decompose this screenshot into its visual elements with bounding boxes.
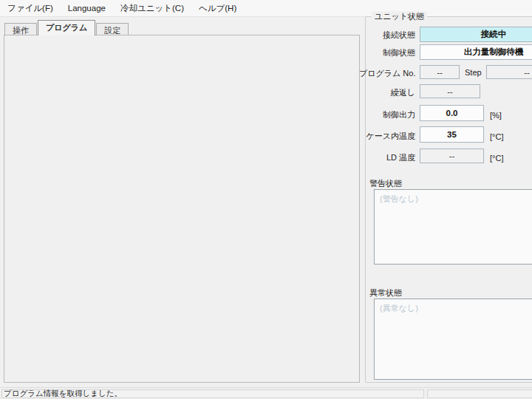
menu-help[interactable]: ヘルプ(H) bbox=[191, 1, 244, 16]
connection-status-label: 接続状態 bbox=[359, 30, 415, 41]
control-output-unit: [%] bbox=[490, 111, 502, 120]
case-temp-unit: [°C] bbox=[490, 132, 503, 141]
control-output-label: 制御出力 bbox=[359, 109, 415, 120]
menu-language[interactable]: Language bbox=[61, 1, 113, 15]
tab-strip: 操作 プログラム 設定 bbox=[4, 21, 129, 35]
status-pane-right bbox=[427, 389, 532, 398]
tab-operate[interactable]: 操作 bbox=[4, 23, 37, 35]
error-status-placeholder: (異常なし) bbox=[380, 303, 418, 314]
ld-temp-label: LD 温度 bbox=[359, 152, 415, 163]
step-status-label: Step bbox=[465, 68, 482, 77]
repeat-status-value: -- bbox=[420, 84, 480, 98]
case-temp-label: ケース内温度 bbox=[359, 131, 415, 142]
menu-file[interactable]: ファイル(F) bbox=[0, 1, 61, 16]
menu-cooling-unit[interactable]: 冷却ユニット(C) bbox=[113, 1, 191, 16]
menu-bar: ファイル(F) Language 冷却ユニット(C) ヘルプ(H) bbox=[0, 0, 532, 17]
tab-program[interactable]: プログラム bbox=[38, 20, 95, 35]
unit-status-title: ユニット状態 bbox=[372, 11, 427, 22]
ld-temp-value: -- bbox=[420, 149, 484, 163]
step-status-value: -- bbox=[486, 65, 532, 79]
connection-status-value: 接続中 bbox=[420, 27, 532, 42]
app-window: { "menu": { "items": ["ファイル(F)", "Langua… bbox=[0, 0, 532, 399]
program-no-label: プログラム No. bbox=[359, 68, 415, 79]
case-temp-value: 35 bbox=[420, 126, 484, 143]
repeat-status-label: 繰返し bbox=[359, 87, 415, 98]
control-output-value: 0.0 bbox=[420, 105, 484, 121]
tab-settings[interactable]: 設定 bbox=[96, 23, 129, 35]
warning-status-placeholder: (警告なし) bbox=[380, 194, 418, 205]
status-message: プログラム情報を取得しました。 bbox=[4, 389, 122, 399]
ld-temp-unit: [°C] bbox=[490, 154, 503, 163]
control-status-label: 制御状態 bbox=[359, 47, 415, 58]
status-bar: プログラム情報を取得しました。 bbox=[0, 387, 532, 399]
program-no-value: -- bbox=[420, 65, 460, 79]
control-status-value: 出力量制御待機 bbox=[420, 44, 532, 60]
tab-page-program bbox=[4, 35, 360, 383]
error-status-label: 異常状態 bbox=[369, 287, 402, 299]
warning-status-label: 警告状態 bbox=[369, 178, 402, 189]
